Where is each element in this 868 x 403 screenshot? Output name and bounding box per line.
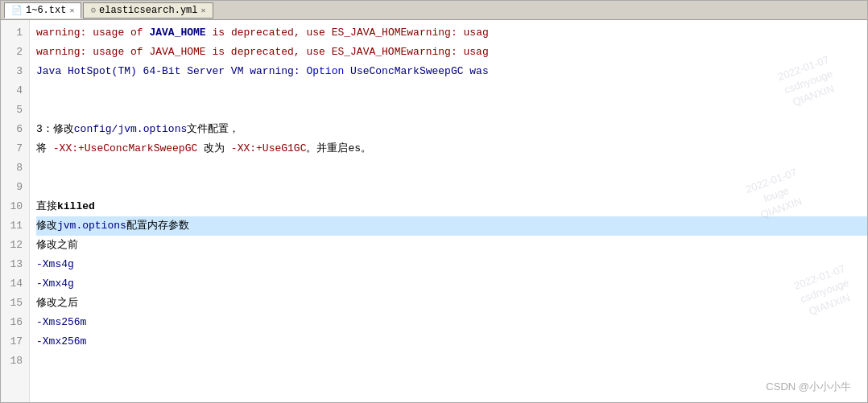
ln-8: 8	[6, 158, 23, 178]
tab-txt[interactable]: 📄 1~6.txt ✕	[4, 2, 81, 19]
ln-3: 3	[6, 62, 23, 81]
code-line-11: 修改jvm.options配置内存参数	[36, 216, 867, 236]
ln-4: 4	[6, 81, 23, 101]
ln-7: 7	[6, 139, 23, 158]
tab-yml[interactable]: ⚙ elasticsearch.yml ✕	[83, 2, 213, 19]
ln-2: 2	[6, 43, 23, 62]
code-line-9	[36, 178, 867, 197]
code-line-2: warning: usage of JAVA_HOME is deprecate…	[36, 43, 867, 62]
ln-11: 11	[6, 216, 23, 236]
tab-yml-label: elasticsearch.yml	[99, 5, 197, 16]
code-line-12: 修改之前	[36, 236, 867, 255]
code-line-16: -Xms256m	[36, 313, 867, 332]
ln-5: 5	[6, 101, 23, 120]
ln-1: 1	[6, 23, 23, 43]
ln-13: 13	[6, 255, 23, 274]
ln-10: 10	[6, 197, 23, 216]
ln-15: 15	[6, 294, 23, 313]
code-line-14: -Xmx4g	[36, 274, 867, 294]
ln-18: 18	[6, 352, 23, 371]
code-line-3: Java HotSpot(TM) 64-Bit Server VM warnin…	[36, 62, 867, 81]
yml-icon: ⚙	[90, 5, 96, 15]
editor-window: 📄 1~6.txt ✕ ⚙ elasticsearch.yml ✕ 1 2 3 …	[0, 0, 868, 403]
code-area: warning: usage of JAVA_HOME is deprecate…	[30, 20, 867, 402]
csdn-label: CSDN @小小小牛	[766, 380, 851, 394]
line-numbers: 1 2 3 4 5 6 7 8 9 10 11 12 13 14 15 16 1…	[1, 20, 30, 402]
code-line-5	[36, 101, 867, 120]
tab-txt-label: 1~6.txt	[26, 5, 66, 16]
code-line-8	[36, 158, 867, 178]
code-line-13: -Xms4g	[36, 255, 867, 274]
code-line-6: 3：修改config/jvm.options文件配置，	[36, 120, 867, 139]
ln-16: 16	[6, 313, 23, 332]
ln-12: 12	[6, 236, 23, 255]
tab-txt-close[interactable]: ✕	[69, 6, 74, 15]
code-line-17: -Xmx256m	[36, 332, 867, 352]
code-line-10: 直接killed	[36, 197, 867, 216]
code-line-7: 将 -XX:+UseConcMarkSweepGC 改为 -XX:+UseG1G…	[36, 139, 867, 158]
ln-14: 14	[6, 274, 23, 294]
tab-yml-close[interactable]: ✕	[201, 6, 206, 15]
ln-6: 6	[6, 120, 23, 139]
code-line-1: warning: usage of JAVA_HOME is deprecate…	[36, 23, 867, 43]
ln-17: 17	[6, 332, 23, 352]
code-line-15: 修改之后	[36, 294, 867, 313]
txt-icon: 📄	[11, 5, 23, 15]
tab-bar: 📄 1~6.txt ✕ ⚙ elasticsearch.yml ✕	[1, 1, 867, 20]
editor-body: 1 2 3 4 5 6 7 8 9 10 11 12 13 14 15 16 1…	[1, 20, 867, 402]
ln-9: 9	[6, 178, 23, 197]
code-line-4	[36, 81, 867, 101]
code-line-18	[36, 352, 867, 371]
